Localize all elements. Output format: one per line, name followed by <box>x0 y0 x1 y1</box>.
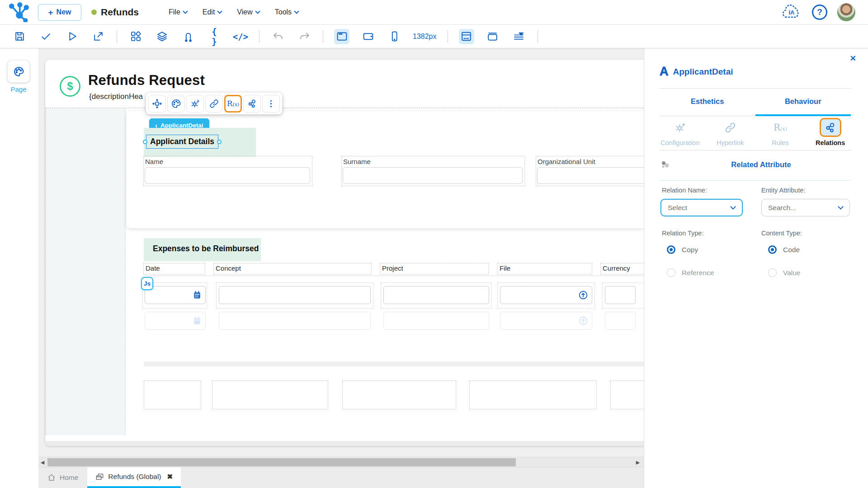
menu-edit[interactable]: Edit <box>203 8 222 16</box>
save-button[interactable] <box>12 29 27 44</box>
radio-reference[interactable]: Reference <box>667 268 714 277</box>
link-icon <box>724 122 736 134</box>
tab-refunds-global[interactable]: Refunds (Global) ✖ <box>87 467 181 488</box>
filter-button[interactable] <box>511 29 527 44</box>
empty-cell[interactable] <box>342 380 456 409</box>
column-header-concept[interactable]: Concept <box>213 263 372 275</box>
column-header-date[interactable]: Date <box>143 263 205 275</box>
source-code-button[interactable]: </> <box>233 29 248 44</box>
new-button[interactable]: + New <box>38 4 81 21</box>
project-input-ghost[interactable] <box>383 312 489 330</box>
form-title[interactable]: Refunds Request <box>88 72 205 89</box>
currency-input-ghost[interactable] <box>605 312 636 330</box>
page-style-button[interactable] <box>7 60 30 83</box>
file-input[interactable] <box>500 286 592 304</box>
tab-behaviour[interactable]: Behaviour <box>755 94 851 116</box>
document-tab-bar: Home Refunds (Global) ✖ <box>38 467 644 488</box>
components-button[interactable] <box>128 29 143 44</box>
applicant-section-card[interactable]: ‹ ApplicantDetai Applicant Details Name <box>127 111 644 228</box>
name-input[interactable] <box>145 167 310 184</box>
js-script-badge[interactable]: Js <box>141 277 153 290</box>
currency-input[interactable] <box>605 286 636 304</box>
close-panel-button[interactable]: ✕ <box>850 54 856 63</box>
scroll-right-arrow[interactable]: ▶ <box>634 457 642 467</box>
configuration-button[interactable] <box>186 95 204 113</box>
horizontal-scrollbar[interactable]: ◀ ▶ <box>38 457 644 467</box>
chevron-down-icon <box>730 204 736 210</box>
empty-cell[interactable] <box>212 380 328 409</box>
radio-value[interactable]: Value <box>768 268 801 277</box>
close-tab-icon[interactable]: ✖ <box>167 473 173 481</box>
tab-home[interactable]: Home <box>38 467 87 488</box>
card-scrollbar[interactable] <box>45 441 644 446</box>
tablet-view-button[interactable] <box>360 29 376 44</box>
move-widget-button[interactable] <box>148 95 166 113</box>
mobile-view-button[interactable] <box>387 29 402 44</box>
panel-layout-button[interactable] <box>459 29 474 44</box>
relations-icon <box>824 122 836 134</box>
surname-input[interactable] <box>343 167 523 184</box>
relations-icon <box>247 99 257 109</box>
empty-cell[interactable] <box>610 380 644 409</box>
more-options-button[interactable] <box>262 95 280 113</box>
resize-handle-left[interactable] <box>143 140 147 144</box>
column-header-currency[interactable]: Currency <box>600 263 644 275</box>
concept-input-ghost[interactable] <box>219 312 371 330</box>
brand-logo-icon[interactable] <box>8 2 29 22</box>
entity-attribute-select[interactable]: Search... <box>761 199 850 216</box>
subtab-hyperlink[interactable]: Hyperlink <box>705 118 755 146</box>
hyperlink-button[interactable] <box>205 95 223 113</box>
column-header-project[interactable]: Project <box>380 263 489 275</box>
relation-name-select[interactable]: Select <box>660 199 743 216</box>
flow-button[interactable] <box>180 29 196 44</box>
desktop-view-button[interactable] <box>334 29 349 44</box>
radio-code[interactable]: Code <box>768 245 800 254</box>
resize-handle-right[interactable] <box>217 140 222 144</box>
subtab-rules[interactable]: R(x) Rules <box>755 118 806 146</box>
applicant-section-title[interactable]: Applicant Details <box>146 135 218 149</box>
divider <box>660 150 851 150</box>
menu-view[interactable]: View <box>237 8 259 16</box>
avatar[interactable] <box>837 3 855 21</box>
relations-button[interactable] <box>243 95 261 113</box>
file-input-ghost[interactable] <box>500 312 592 330</box>
expenses-section-title[interactable]: Expenses to be Reimbursed <box>153 244 259 253</box>
validate-button[interactable] <box>38 29 53 44</box>
date-input[interactable] <box>145 286 206 304</box>
radio-unselected-icon <box>768 268 777 277</box>
left-dropzone[interactable] <box>45 108 126 435</box>
app-window: + New Refunds File Edit View Tools IA ? <box>0 0 868 488</box>
rules-button[interactable]: R(x) <box>224 95 242 113</box>
upload-icon[interactable] <box>578 290 588 300</box>
run-preview-button[interactable] <box>64 29 80 44</box>
redo-button[interactable] <box>297 29 312 44</box>
empty-cell[interactable] <box>469 380 597 409</box>
radio-copy[interactable]: Copy <box>667 245 698 254</box>
export-button[interactable] <box>90 29 106 44</box>
calendar-icon[interactable] <box>193 291 202 300</box>
top-bar: + New Refunds File Edit View Tools IA ? <box>0 0 868 25</box>
design-canvas[interactable]: $ Refunds Request {descriptionHea ‹ Appl… <box>38 48 644 457</box>
browser-frame-button[interactable] <box>485 29 500 44</box>
subtab-relations[interactable]: Relations <box>805 118 855 146</box>
org-unit-input[interactable] <box>537 167 644 184</box>
concept-input[interactable] <box>219 286 371 304</box>
form-description[interactable]: {descriptionHea <box>89 92 143 101</box>
subtab-configuration[interactable]: Configuration <box>655 118 705 146</box>
esthetics-button[interactable] <box>167 95 185 113</box>
layers-button[interactable] <box>154 29 170 44</box>
braces-button[interactable]: { } <box>207 29 222 44</box>
scroll-thumb[interactable] <box>47 458 516 466</box>
project-input[interactable] <box>383 286 489 304</box>
topbar-right: IA ? <box>781 3 855 21</box>
ai-assistant-button[interactable]: IA <box>781 3 802 21</box>
date-input-ghost[interactable] <box>145 312 206 330</box>
column-header-file[interactable]: File <box>497 263 592 275</box>
menu-file[interactable]: File <box>169 8 187 16</box>
tab-esthetics[interactable]: Esthetics <box>660 94 755 116</box>
help-button[interactable]: ? <box>812 5 827 20</box>
menu-tools[interactable]: Tools <box>275 8 298 16</box>
scroll-left-arrow[interactable]: ◀ <box>38 457 47 467</box>
undo-button[interactable] <box>270 29 286 44</box>
empty-cell[interactable] <box>144 380 201 409</box>
